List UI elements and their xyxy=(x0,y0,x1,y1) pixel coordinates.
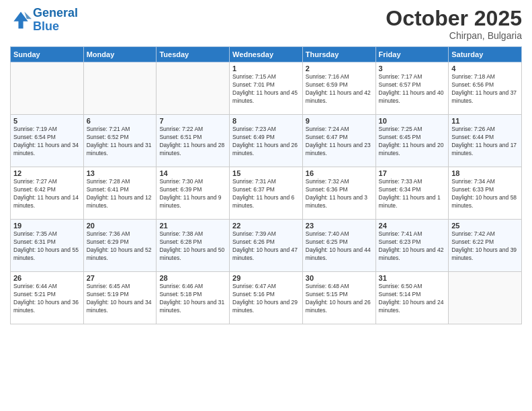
day-info: Sunrise: 7:22 AMSunset: 6:51 PMDaylight:… xyxy=(159,126,226,158)
day-info: Sunrise: 7:32 AMSunset: 6:36 PMDaylight:… xyxy=(306,178,373,210)
day-cell: 16Sunrise: 7:32 AMSunset: 6:36 PMDayligh… xyxy=(302,167,375,220)
calendar-table: SundayMondayTuesdayWednesdayThursdayFrid… xyxy=(10,46,522,324)
day-cell: 23Sunrise: 7:40 AMSunset: 6:25 PMDayligh… xyxy=(302,220,375,272)
header-row: SundayMondayTuesdayWednesdayThursdayFrid… xyxy=(11,47,522,62)
day-cell: 25Sunrise: 7:42 AMSunset: 6:22 PMDayligh… xyxy=(449,220,522,272)
day-number: 27 xyxy=(87,274,154,282)
day-number: 22 xyxy=(232,222,300,230)
col-header-thursday: Thursday xyxy=(302,47,375,62)
col-header-monday: Monday xyxy=(83,47,157,62)
day-info: Sunrise: 7:33 AMSunset: 6:34 PMDaylight:… xyxy=(379,178,446,210)
day-cell: 22Sunrise: 7:39 AMSunset: 6:26 PMDayligh… xyxy=(230,220,303,272)
week-row-2: 5Sunrise: 7:19 AMSunset: 6:54 PMDaylight… xyxy=(11,115,522,167)
day-number: 23 xyxy=(306,222,373,230)
day-info: Sunrise: 6:50 AMSunset: 5:14 PMDaylight:… xyxy=(379,283,446,315)
day-info: Sunrise: 6:44 AMSunset: 5:21 PMDaylight:… xyxy=(13,283,81,315)
day-cell: 28Sunrise: 6:46 AMSunset: 5:18 PMDayligh… xyxy=(157,272,230,324)
day-cell xyxy=(157,62,230,115)
day-cell: 8Sunrise: 7:23 AMSunset: 6:49 PMDaylight… xyxy=(230,115,303,167)
day-info: Sunrise: 7:19 AMSunset: 6:54 PMDaylight:… xyxy=(13,126,81,158)
day-cell: 17Sunrise: 7:33 AMSunset: 6:34 PMDayligh… xyxy=(375,167,449,220)
title-block: October 2025 Chirpan, Bulgaria xyxy=(386,7,522,41)
logo-blue: Blue xyxy=(33,19,59,33)
day-number: 8 xyxy=(232,117,300,125)
col-header-wednesday: Wednesday xyxy=(230,47,303,62)
day-info: Sunrise: 7:26 AMSunset: 6:44 PMDaylight:… xyxy=(451,126,519,158)
day-cell: 4Sunrise: 7:18 AMSunset: 6:56 PMDaylight… xyxy=(449,62,522,115)
month-title: October 2025 xyxy=(386,7,522,30)
day-cell: 14Sunrise: 7:30 AMSunset: 6:39 PMDayligh… xyxy=(157,167,230,220)
day-number: 1 xyxy=(232,64,300,73)
header: General Blue October 2025 Chirpan, Bulga… xyxy=(10,7,522,41)
day-cell xyxy=(83,62,157,115)
day-info: Sunrise: 7:42 AMSunset: 6:22 PMDaylight:… xyxy=(451,230,519,263)
week-row-5: 26Sunrise: 6:44 AMSunset: 5:21 PMDayligh… xyxy=(11,272,522,324)
day-cell xyxy=(449,272,522,324)
day-cell: 24Sunrise: 7:41 AMSunset: 6:23 PMDayligh… xyxy=(375,220,449,272)
page: General Blue October 2025 Chirpan, Bulga… xyxy=(0,0,532,411)
svg-marker-1 xyxy=(24,11,32,19)
day-number: 24 xyxy=(379,222,446,230)
day-number: 9 xyxy=(306,117,373,125)
day-info: Sunrise: 7:18 AMSunset: 6:56 PMDaylight:… xyxy=(451,73,519,105)
day-cell: 10Sunrise: 7:25 AMSunset: 6:45 PMDayligh… xyxy=(375,115,449,167)
location: Chirpan, Bulgaria xyxy=(386,30,522,41)
col-header-tuesday: Tuesday xyxy=(157,47,230,62)
day-cell: 11Sunrise: 7:26 AMSunset: 6:44 PMDayligh… xyxy=(449,115,522,167)
day-number: 18 xyxy=(451,169,519,177)
col-header-friday: Friday xyxy=(375,47,449,62)
day-info: Sunrise: 7:16 AMSunset: 6:59 PMDaylight:… xyxy=(306,73,373,105)
day-number: 25 xyxy=(451,222,519,230)
day-number: 14 xyxy=(159,169,226,177)
day-number: 31 xyxy=(379,274,446,282)
day-number: 26 xyxy=(13,274,81,282)
day-info: Sunrise: 6:47 AMSunset: 5:16 PMDaylight:… xyxy=(232,283,300,315)
week-row-4: 19Sunrise: 7:35 AMSunset: 6:31 PMDayligh… xyxy=(11,220,522,272)
week-row-3: 12Sunrise: 7:27 AMSunset: 6:42 PMDayligh… xyxy=(11,167,522,220)
day-cell: 26Sunrise: 6:44 AMSunset: 5:21 PMDayligh… xyxy=(11,272,84,324)
day-number: 29 xyxy=(232,274,300,282)
day-cell: 21Sunrise: 7:38 AMSunset: 6:28 PMDayligh… xyxy=(157,220,230,272)
day-cell: 15Sunrise: 7:31 AMSunset: 6:37 PMDayligh… xyxy=(230,167,303,220)
day-info: Sunrise: 7:15 AMSunset: 7:01 PMDaylight:… xyxy=(232,73,300,105)
day-number: 21 xyxy=(159,222,226,230)
week-row-1: 1Sunrise: 7:15 AMSunset: 7:01 PMDaylight… xyxy=(11,62,522,115)
day-number: 19 xyxy=(13,222,81,230)
day-number: 17 xyxy=(379,169,446,177)
day-cell: 6Sunrise: 7:21 AMSunset: 6:52 PMDaylight… xyxy=(83,115,157,167)
day-number: 28 xyxy=(159,274,226,282)
day-number: 15 xyxy=(232,169,300,177)
day-cell: 20Sunrise: 7:36 AMSunset: 6:29 PMDayligh… xyxy=(83,220,157,272)
day-info: Sunrise: 7:39 AMSunset: 6:26 PMDaylight:… xyxy=(232,230,300,263)
day-number: 20 xyxy=(87,222,154,230)
col-header-saturday: Saturday xyxy=(449,47,522,62)
day-info: Sunrise: 7:36 AMSunset: 6:29 PMDaylight:… xyxy=(87,230,154,263)
logo-text: General Blue xyxy=(33,7,78,34)
day-number: 10 xyxy=(379,117,446,125)
day-cell: 5Sunrise: 7:19 AMSunset: 6:54 PMDaylight… xyxy=(11,115,84,167)
day-info: Sunrise: 7:31 AMSunset: 6:37 PMDaylight:… xyxy=(232,178,300,210)
day-cell: 7Sunrise: 7:22 AMSunset: 6:51 PMDaylight… xyxy=(157,115,230,167)
day-number: 7 xyxy=(159,117,226,125)
logo-general: General xyxy=(33,6,78,19)
day-info: Sunrise: 7:23 AMSunset: 6:49 PMDaylight:… xyxy=(232,126,300,158)
day-cell: 29Sunrise: 6:47 AMSunset: 5:16 PMDayligh… xyxy=(230,272,303,324)
day-info: Sunrise: 7:40 AMSunset: 6:25 PMDaylight:… xyxy=(306,230,373,263)
day-info: Sunrise: 7:35 AMSunset: 6:31 PMDaylight:… xyxy=(13,230,81,263)
day-number: 16 xyxy=(306,169,373,177)
day-number: 11 xyxy=(451,117,519,125)
logo: General Blue xyxy=(10,7,78,34)
day-number: 30 xyxy=(306,274,373,282)
day-info: Sunrise: 6:48 AMSunset: 5:15 PMDaylight:… xyxy=(306,283,373,315)
day-cell: 1Sunrise: 7:15 AMSunset: 7:01 PMDaylight… xyxy=(230,62,303,115)
day-cell: 9Sunrise: 7:24 AMSunset: 6:47 PMDaylight… xyxy=(302,115,375,167)
day-cell: 30Sunrise: 6:48 AMSunset: 5:15 PMDayligh… xyxy=(302,272,375,324)
day-info: Sunrise: 7:24 AMSunset: 6:47 PMDaylight:… xyxy=(306,126,373,158)
day-number: 5 xyxy=(13,117,81,125)
logo-icon xyxy=(10,9,32,31)
day-number: 12 xyxy=(13,169,81,177)
day-info: Sunrise: 7:25 AMSunset: 6:45 PMDaylight:… xyxy=(379,126,446,158)
day-info: Sunrise: 7:28 AMSunset: 6:41 PMDaylight:… xyxy=(87,178,154,210)
day-info: Sunrise: 7:30 AMSunset: 6:39 PMDaylight:… xyxy=(159,178,226,210)
day-cell: 12Sunrise: 7:27 AMSunset: 6:42 PMDayligh… xyxy=(11,167,84,220)
